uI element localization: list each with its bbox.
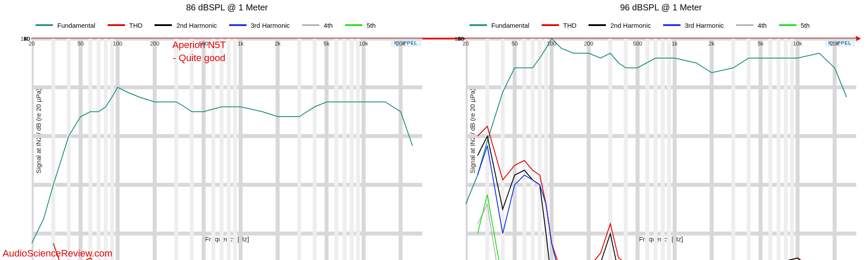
plot-area: KLIPPEL 2030405060708090100 205010020050… xyxy=(31,38,423,39)
legend-swatch-icon xyxy=(542,24,559,26)
legend-label: 2nd Harmonic xyxy=(176,22,217,29)
legend-item: 5th xyxy=(779,16,810,35)
x-tick-label: 20 xyxy=(463,40,469,47)
legend-label: 3rd Harmonic xyxy=(685,22,724,29)
x-tick-label: 200 xyxy=(584,40,594,47)
x-tick-label: 20 xyxy=(29,40,35,47)
legend-label: 2nd Harmonic xyxy=(610,22,651,29)
x-tick-label: 50 xyxy=(512,40,518,47)
legend-item: 4th xyxy=(736,16,767,35)
x-tick-label: 200 xyxy=(150,40,160,47)
x-tick-label: 20k xyxy=(830,40,839,47)
legend-item: THD xyxy=(108,16,143,35)
charts-row: 86 dBSPL @ 1 Meter Fundamental THD 2nd H… xyxy=(0,0,868,243)
legend-swatch-icon xyxy=(108,24,125,26)
chart-title: 96 dBSPL @ 1 Meter xyxy=(465,3,857,14)
x-tick-label: 10k xyxy=(793,40,802,47)
x-tick-label: 50 xyxy=(78,40,84,47)
legend-swatch-icon xyxy=(36,24,53,26)
legend: Fundamental THD 2nd Harmonic 3rd Harmoni… xyxy=(31,14,423,38)
legend-item: 4th xyxy=(302,16,333,35)
legend-swatch-icon xyxy=(345,24,362,26)
x-tick-label: 5k xyxy=(758,40,764,47)
legend-label: 3rd Harmonic xyxy=(251,22,290,29)
x-ticks: 20501002005001k2k5k10k20k xyxy=(32,40,422,49)
legend-item: 3rd Harmonic xyxy=(663,16,724,35)
legend-swatch-icon xyxy=(229,24,247,26)
annotation-text: Aperion N5T- Quite good xyxy=(172,39,226,64)
legend-swatch-icon xyxy=(155,24,172,26)
legend-item: Fundamental xyxy=(36,16,95,35)
legend-item: 2nd Harmonic xyxy=(589,16,651,35)
legend: Fundamental THD 2nd Harmonic 3rd Harmoni… xyxy=(465,14,857,38)
chart-title: 86 dBSPL @ 1 Meter xyxy=(31,3,423,14)
legend-label: 5th xyxy=(367,22,376,29)
page: 86 dBSPL @ 1 Meter Fundamental THD 2nd H… xyxy=(0,0,868,260)
x-tick-label: 10k xyxy=(359,40,368,47)
chart-1: 96 dBSPL @ 1 Meter Fundamental THD 2nd H… xyxy=(434,0,868,243)
legend-swatch-icon xyxy=(470,24,487,26)
legend-swatch-icon xyxy=(736,24,753,26)
legend-label: Fundamental xyxy=(491,22,529,29)
chart-0: 86 dBSPL @ 1 Meter Fundamental THD 2nd H… xyxy=(0,0,434,243)
legend-item: THD xyxy=(542,16,577,35)
x-tick-label: 2k xyxy=(275,40,281,47)
x-tick-label: 1k xyxy=(672,40,678,47)
x-tick-label: 500 xyxy=(633,40,642,47)
legend-label: Fundamental xyxy=(57,22,95,29)
x-tick-label: 5k xyxy=(324,40,330,47)
legend-label: 4th xyxy=(758,22,767,29)
source-label: AudioScienceReview.com xyxy=(3,248,112,259)
x-tick-label: 100 xyxy=(113,40,122,47)
x-tick-label: 20k xyxy=(396,40,405,47)
legend-label: 5th xyxy=(801,22,810,29)
legend-item: 2nd Harmonic xyxy=(155,16,217,35)
legend-swatch-icon xyxy=(663,24,681,26)
plot-area: KLIPPEL 2030405060708090100 205010020050… xyxy=(465,38,857,39)
legend-swatch-icon xyxy=(589,24,606,26)
legend-label: THD xyxy=(563,22,577,29)
x-tick-label: 100 xyxy=(547,40,556,47)
legend-item: 5th xyxy=(345,16,376,35)
legend-swatch-icon xyxy=(302,24,319,26)
legend-item: 3rd Harmonic xyxy=(229,16,290,35)
legend-label: THD xyxy=(129,22,143,29)
legend-label: 4th xyxy=(324,22,333,29)
x-ticks: 20501002005001k2k5k10k20k xyxy=(466,40,856,49)
legend-item: Fundamental xyxy=(470,16,529,35)
x-tick-label: 1k xyxy=(238,40,244,47)
x-tick-label: 2k xyxy=(709,40,715,47)
legend-swatch-icon xyxy=(779,24,796,26)
